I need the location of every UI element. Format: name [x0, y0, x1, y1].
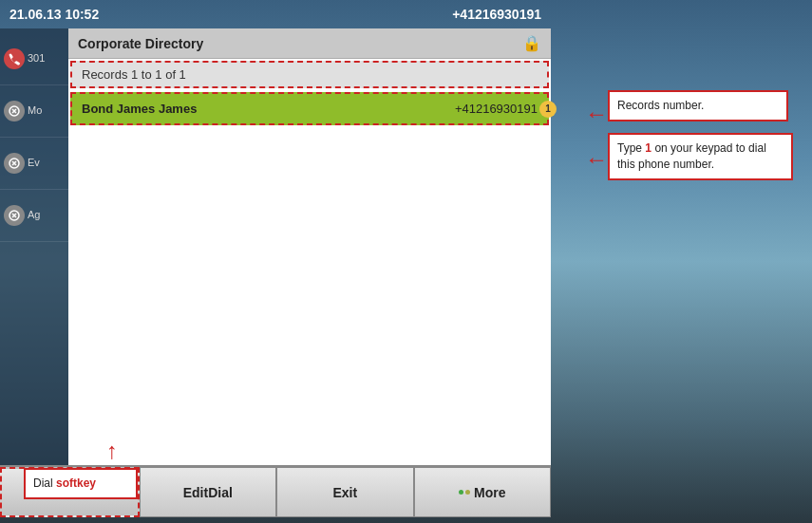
contact-number: +41216930191	[455, 102, 538, 116]
sidebar-label-3: Ag	[28, 209, 40, 221]
dot-green	[459, 490, 463, 495]
phone-icon-0	[4, 48, 25, 69]
dial-softkey-text-1: Dial	[33, 476, 56, 490]
directory-header: Corporate Directory 🔒	[68, 28, 551, 59]
contact-arrow-indicator: ←	[585, 146, 608, 173]
key-number: 1	[545, 103, 551, 114]
records-annotation-text: Records number.	[617, 99, 704, 112]
main-area: 301 Mo Ev	[0, 28, 551, 465]
sidebar-item-1[interactable]: Mo	[0, 85, 68, 138]
lock-icon: 🔒	[522, 34, 541, 52]
current-number: +41216930191	[452, 7, 541, 22]
dot-yellow	[465, 490, 470, 495]
dial-softkey-annotation: Dial softkey	[24, 468, 138, 499]
sidebar-item-3[interactable]: Ag	[0, 190, 68, 242]
dial-annotation-box: Type 1 on your keypad to dial this phone…	[608, 133, 793, 180]
datetime: 21.06.13 10:52	[9, 7, 99, 22]
directory-body	[68, 127, 551, 465]
directory-panel: Corporate Directory 🔒 Records 1 to 1 of …	[68, 28, 551, 465]
sidebar: 301 Mo Ev	[0, 28, 68, 465]
more-button[interactable]: More	[414, 467, 552, 517]
records-text: Records 1 to 1 of 1	[82, 67, 186, 82]
editdial-label: EditDial	[183, 485, 233, 500]
sidebar-label-1: Mo	[28, 104, 42, 117]
more-label: More	[474, 485, 505, 500]
records-bar: Records 1 to 1 of 1	[70, 61, 549, 88]
dial-softkey-text-2: softkey	[56, 476, 96, 490]
phone-ui: 21.06.13 10:52 +41216930191 301	[0, 0, 551, 523]
more-dots	[459, 490, 470, 495]
dial-instruction-1: Type	[617, 141, 645, 155]
sidebar-item-0[interactable]: 301	[0, 33, 68, 85]
sidebar-label-2: Ev	[28, 157, 40, 169]
phone-icon-1	[4, 101, 25, 121]
contact-name: Bond James James	[82, 102, 197, 116]
dial-arrow-indicator: ↑	[106, 438, 118, 464]
dial-annotation: Type 1 on your keypad to dial this phone…	[608, 133, 793, 180]
records-annotation-box: Records number.	[608, 90, 788, 121]
exit-label: Exit	[332, 485, 357, 500]
directory-title: Corporate Directory	[78, 36, 203, 51]
records-annotation: Records number.	[608, 90, 788, 121]
status-bar: 21.06.13 10:52 +41216930191	[0, 0, 551, 28]
key-badge: 1	[539, 101, 557, 118]
dial-softkey-annotation-box: Dial softkey	[24, 468, 138, 499]
sidebar-item-2[interactable]: Ev	[0, 138, 68, 190]
editdial-button[interactable]: EditDial	[140, 467, 277, 517]
sidebar-label-0: 301	[28, 52, 45, 65]
phone-icon-3	[4, 205, 25, 226]
exit-button[interactable]: Exit	[276, 467, 414, 517]
records-arrow-indicator: ←	[585, 101, 608, 127]
contact-row[interactable]: Bond James James +41216930191 1	[70, 92, 549, 125]
phone-icon-2	[4, 153, 25, 174]
